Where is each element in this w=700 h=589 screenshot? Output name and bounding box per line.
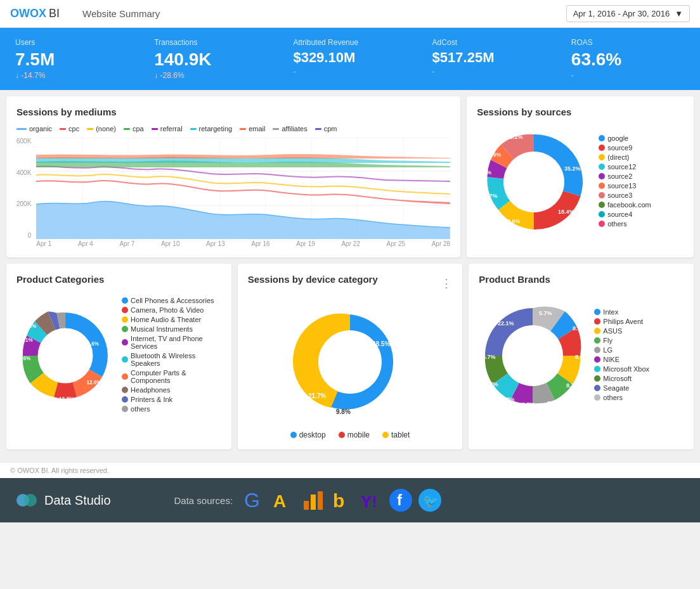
legend-cpm-label: cpm <box>324 125 337 133</box>
svg-text:G: G <box>244 489 260 512</box>
legend-intex: Intex <box>594 308 649 316</box>
area-chart-svg <box>36 138 450 239</box>
legend-source12: source12 <box>599 163 651 171</box>
svg-text:8.6%: 8.6% <box>19 356 31 361</box>
metrics-bar: Users 7.5M ↓ -14.7% Transactions 140.9K … <box>0 28 700 90</box>
legend-printers-label: Printers & Ink <box>131 396 172 403</box>
metric-revenue: Attributed Revenue $329.10M - <box>293 38 406 80</box>
legend-nike-label: NIKE <box>603 356 619 363</box>
legend-source9: source9 <box>599 144 651 152</box>
legend-cpm: cpm <box>315 125 337 133</box>
svg-rect-50 <box>318 491 323 510</box>
metric-users-value: 7.5M <box>15 49 129 70</box>
legend-affiliates-label: affiliates <box>282 125 307 133</box>
legend-home-audio: Home Audio & Theater <box>122 316 221 323</box>
legend-cell-phones-label: Cell Phones & Accessories <box>131 297 214 304</box>
metric-users-change: ↓ -14.7% <box>15 71 129 80</box>
metric-revenue-label: Attributed Revenue <box>293 38 406 47</box>
footer-logo: Data Studio <box>15 489 111 512</box>
main-content: Sessions by mediums organic cpc (none) c… <box>0 90 700 462</box>
device-donut-svg: 68.5% 21.7% 9.8% <box>287 299 413 425</box>
x-label-apr25: Apr 25 <box>387 240 405 247</box>
footer-copyright: © OWOX BI. All rights reserved. <box>0 462 700 478</box>
sessions-by-device-title: Sessions by device category <box>248 274 378 285</box>
x-label-apr1: Apr 1 <box>36 240 51 247</box>
svg-text:b: b <box>333 490 344 511</box>
legend-others-categories: others <box>122 405 221 413</box>
sessions-by-mediums-card: Sessions by mediums organic cpc (none) c… <box>6 96 460 257</box>
product-categories-card: Product Categories <box>6 264 231 450</box>
legend-none: (none) <box>87 125 116 133</box>
legend-referral: referral <box>152 125 183 133</box>
svg-text:Y!: Y! <box>361 492 377 511</box>
legend-seagate: Seagate <box>594 384 649 392</box>
legend-internet-tv: Internet, TV and Phone Services <box>122 335 221 350</box>
svg-text:68.5%: 68.5% <box>372 340 390 347</box>
legend-musical-label: Musical Instruments <box>131 325 193 333</box>
legend-retargeting: retargeting <box>190 125 233 133</box>
legend-microsoft-label: Microsoft <box>603 375 632 382</box>
categories-donut-container: 35.6% 12.9% 12.8% 8.6% 8.6% 7.1% 4.4% Ce… <box>16 292 221 419</box>
legend-others-brands-label: others <box>603 394 623 401</box>
legend-cpa: cpa <box>124 125 144 133</box>
sources-donut-container: 35.2% 18.4% 9.6% 6.7% 6% 5.9% 9.2% googl… <box>477 125 684 239</box>
svg-text:9.8%: 9.8% <box>336 408 351 415</box>
legend-google-label: google <box>607 134 628 142</box>
sources-legend: google source9 (direct) source12 source2… <box>599 134 651 230</box>
svg-text:8.7%: 8.7% <box>566 382 580 389</box>
row-charts-2: Product Categories <box>6 264 694 450</box>
y-label-400k: 400K <box>16 169 31 176</box>
metric-roas-label: ROAS <box>571 38 685 47</box>
facebook-icon: f <box>389 488 413 512</box>
legend-xbox: Microsoft Xbox <box>594 365 649 373</box>
legend-none-label: (none) <box>96 125 116 133</box>
google-ads-icon: A <box>272 488 296 512</box>
metric-transactions-value: 140.9K <box>154 49 268 70</box>
metric-transactions-change: ↓ -28.6% <box>154 71 268 80</box>
legend-xbox-label: Microsoft Xbox <box>603 365 649 373</box>
legend-asus-label: ASUS <box>603 327 622 335</box>
metric-roas-change: - <box>571 71 685 80</box>
brands-donut-container: 5.7% 8.7% 8.7% 8.7% 8.7% 8.7% 8.7% 8.7% … <box>479 292 684 419</box>
date-range-selector[interactable]: Apr 1, 2016 - Apr 30, 2016 ▼ <box>566 5 690 22</box>
product-brands-title: Product Brands <box>479 274 684 285</box>
brands-donut-svg: 5.7% 8.7% 8.7% 8.7% 8.7% 8.7% 8.7% 8.7% … <box>479 292 587 419</box>
svg-text:12.8%: 12.8% <box>59 396 74 402</box>
legend-organic: organic <box>16 125 52 133</box>
legend-home-audio-label: Home Audio & Theater <box>131 316 201 323</box>
legend-intex-label: Intex <box>603 308 618 316</box>
x-label-apr10: Apr 10 <box>161 240 179 247</box>
legend-computer-parts: Computer Parts & Components <box>122 369 221 384</box>
chevron-down-icon: ▼ <box>675 9 683 18</box>
legend-direct: (direct) <box>599 153 651 161</box>
legend-mobile: mobile <box>339 430 370 439</box>
metric-roas-value: 63.6% <box>571 49 685 70</box>
svg-text:A: A <box>273 491 286 511</box>
product-brands-card: Product Brands <box>469 264 694 450</box>
legend-email-label: email <box>249 125 265 133</box>
legend-lg: LG <box>594 346 649 354</box>
svg-text:8.7%: 8.7% <box>573 325 586 332</box>
y-label-600k: 600K <box>16 138 31 145</box>
google-icon: G G <box>243 488 267 512</box>
legend-source4: source4 <box>599 210 651 218</box>
legend-seagate-label: Seagate <box>603 384 629 392</box>
legend-cpc-label: cpc <box>68 125 79 133</box>
svg-text:f: f <box>397 491 403 508</box>
svg-rect-49 <box>311 495 316 510</box>
svg-text:5.9%: 5.9% <box>488 152 502 158</box>
legend-email: email <box>240 125 265 133</box>
sources-donut-svg: 35.2% 18.4% 9.6% 6.7% 6% 5.9% 9.2% <box>477 125 591 239</box>
legend-tablet: tablet <box>382 430 410 439</box>
legend-source12-label: source12 <box>607 163 636 171</box>
metric-revenue-value: $329.10M <box>293 49 406 66</box>
legend-others-sources: others <box>599 220 651 228</box>
legend-fly: Fly <box>594 337 649 344</box>
x-label-apr7: Apr 7 <box>119 240 134 247</box>
legend-lg-label: LG <box>603 346 612 354</box>
metric-adcost-label: AdCost <box>432 38 546 47</box>
svg-text:4.4%: 4.4% <box>25 323 37 329</box>
metric-users: Users 7.5M ↓ -14.7% <box>15 38 129 80</box>
more-options-icon[interactable]: ⋮ <box>441 276 452 290</box>
legend-google: google <box>599 134 651 142</box>
